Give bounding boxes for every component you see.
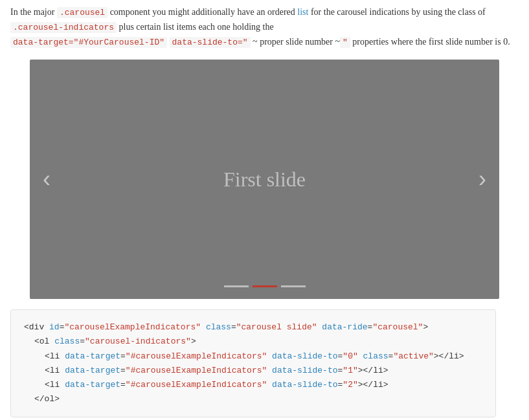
intro-paragraph: In the major .carousel component you mig… — [10, 5, 519, 49]
intro-tilde1: ~ proper slide number ~ — [251, 37, 340, 47]
code-line-5: <li data-target="#carouselExampleIndicat… — [24, 378, 482, 392]
indicator-0[interactable] — [224, 285, 249, 287]
carousel-prev-button[interactable]: ‹ — [30, 161, 63, 197]
carousel-slide-label: First slide — [223, 168, 306, 192]
indicator-2[interactable] — [281, 285, 306, 287]
carousel-indicators — [224, 285, 306, 287]
code-line-4: <li data-target="#carouselExampleIndicat… — [24, 364, 482, 378]
code-quote: " — [340, 37, 350, 48]
code-line-2: <ol class="carousel-indicators"> — [24, 335, 482, 349]
carousel-next-button[interactable]: › — [466, 161, 499, 197]
list-link: list — [297, 7, 308, 17]
carousel-container: First slide ‹ › — [30, 60, 499, 299]
code-block: <div id="carouselExampleIndicators" clas… — [10, 309, 496, 417]
code-carousel: .carousel — [57, 7, 107, 18]
code-line-3: <li data-target="#carouselExampleIndicat… — [24, 349, 482, 364]
code-line-6: </ol> — [24, 392, 482, 406]
intro-text-mid1: component you might additionally have an… — [107, 7, 297, 17]
intro-text-mid3: plus certain list items each one holding… — [117, 22, 274, 32]
code-indicators: .carousel-indicators — [10, 22, 117, 33]
intro-text-mid2: for the carousel indications by using th… — [308, 7, 485, 17]
indicator-1[interactable] — [253, 285, 277, 287]
intro-text-before: In the major — [10, 7, 57, 17]
code-data-target: data-target="#YourCarousel-ID" — [10, 37, 167, 48]
code-data-slide: data-slide-to=" — [170, 37, 251, 48]
intro-text-after: properties where the first slide number … — [350, 37, 510, 47]
code-line-1: <div id="carouselExampleIndicators" clas… — [24, 320, 482, 335]
